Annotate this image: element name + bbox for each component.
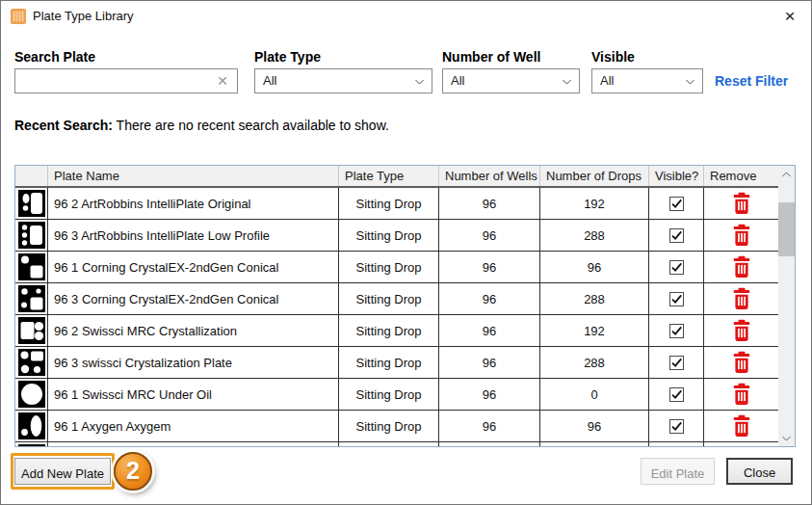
table-row[interactable]: 96 2 ArtRobbins IntelliPlate OriginalSit… (15, 188, 778, 220)
plate-type-dropdown[interactable]: All (254, 68, 432, 93)
plate-type-cell: Sitting Drop (339, 188, 439, 219)
table-row[interactable]: 96 1 Axygen AxygemSitting Drop9696 (15, 411, 778, 442)
table-body: 96 2 ArtRobbins IntelliPlate OriginalSit… (15, 188, 778, 446)
visible-cell (649, 379, 704, 410)
remove-cell (704, 379, 778, 410)
close-button[interactable]: Close (726, 458, 793, 485)
number-of-drops-cell: 192 (540, 315, 649, 346)
plate-thumbnail-icon (15, 188, 48, 219)
number-of-drops-cell: 192 (540, 188, 649, 219)
plate-name-cell (48, 442, 339, 446)
plate-thumbnail-icon (15, 283, 48, 314)
remove-cell (704, 188, 778, 219)
visible-cell (649, 220, 704, 251)
visible-cell (649, 188, 704, 219)
trash-icon[interactable] (732, 319, 751, 342)
window-title: Plate Type Library (33, 9, 134, 23)
plate-type-cell: Sitting Drop (339, 347, 439, 378)
plate-thumbnail-icon (15, 442, 48, 446)
number-of-well-dropdown[interactable]: All (442, 68, 580, 93)
column-header-visible[interactable]: Visible? (649, 166, 704, 186)
plate-grid: Plate NamePlate TypeNumber of WellsNumbe… (15, 166, 778, 446)
visible-checkbox[interactable] (669, 356, 684, 370)
clear-search-icon[interactable]: × (214, 70, 231, 92)
plate-thumbnail-icon (15, 315, 48, 346)
table-row[interactable]: 96 3 ArtRobbins IntelliPlate Low Profile… (15, 220, 778, 252)
number-of-wells-cell: 96 (439, 188, 540, 219)
visible-label: Visible (591, 49, 635, 65)
plate-type-label: Plate Type (254, 49, 321, 65)
trash-icon[interactable] (732, 287, 751, 310)
plate-name-cell: 96 1 Corning CrystalEX-2ndGen Conical (48, 252, 339, 282)
trash-icon[interactable] (732, 383, 751, 406)
plate-thumbnail-icon (15, 220, 48, 251)
trash-icon[interactable] (732, 414, 751, 438)
table-row[interactable]: 96 1 Swissci MRC Under OilSitting Drop96… (15, 379, 778, 411)
number-of-drops-cell (540, 442, 649, 446)
table-row[interactable]: 96 2 Swissci MRC CrystallizationSitting … (15, 315, 778, 347)
number-of-wells-cell: 96 (439, 315, 540, 346)
visible-cell (649, 252, 704, 282)
number-of-drops-cell: 0 (540, 379, 649, 410)
column-header-wells[interactable]: Number of Wells (439, 166, 540, 186)
plate-thumbnail-icon (15, 347, 48, 378)
plate-table: Plate NamePlate TypeNumber of WellsNumbe… (14, 165, 796, 447)
visible-checkbox[interactable] (669, 260, 684, 275)
recent-search-line: Recent Search: There are no recent searc… (14, 118, 389, 133)
column-header-remove[interactable]: Remove (704, 166, 778, 186)
plate-name-cell: 96 3 Corning CrystalEX-2ndGen Conical (48, 283, 339, 314)
remove-cell (704, 347, 778, 378)
reset-filter-link[interactable]: Reset Filter (715, 73, 788, 89)
visible-checkbox[interactable] (669, 228, 684, 243)
visible-checkbox[interactable] (669, 387, 684, 402)
trash-icon[interactable] (732, 255, 751, 279)
table-row[interactable] (15, 442, 778, 446)
recent-search-label: Recent Search: (14, 118, 113, 133)
number-of-wells-cell: 96 (439, 347, 540, 378)
plate-type-cell: Sitting Drop (339, 379, 439, 410)
plate-type-cell: Sitting Drop (339, 252, 439, 282)
visible-cell (649, 283, 704, 314)
scroll-down-icon[interactable] (778, 430, 795, 446)
visible-checkbox[interactable] (669, 292, 684, 306)
number-of-wells-cell: 96 (439, 411, 540, 441)
remove-cell (704, 283, 778, 314)
remove-cell (704, 315, 778, 346)
number-of-drops-cell: 288 (540, 220, 649, 251)
vertical-scrollbar[interactable] (778, 166, 795, 446)
trash-icon[interactable] (732, 351, 751, 374)
column-header-name[interactable]: Plate Name (48, 166, 339, 186)
close-icon[interactable]: × (779, 7, 800, 28)
plate-name-cell: 96 2 Swissci MRC Crystallization (48, 315, 339, 346)
visible-checkbox[interactable] (669, 197, 684, 211)
plate-name-cell: 96 1 Axygen Axygem (48, 411, 339, 441)
number-of-drops-cell: 96 (540, 411, 649, 441)
visible-checkbox[interactable] (669, 324, 684, 338)
visible-cell (649, 315, 704, 346)
column-header-drops[interactable]: Number of Drops (540, 166, 649, 186)
plate-name-cell: 96 2 ArtRobbins IntelliPlate Original (48, 188, 339, 219)
plate-thumbnail-icon (15, 252, 48, 282)
trash-icon[interactable] (732, 224, 751, 247)
edit-plate-button[interactable]: Edit Plate (641, 458, 715, 485)
visible-dropdown[interactable]: All (591, 68, 703, 93)
trash-icon[interactable] (732, 192, 751, 215)
column-header-type[interactable]: Plate Type (339, 166, 439, 186)
add-new-plate-button[interactable]: Add New Plate (14, 458, 111, 485)
table-row[interactable]: 96 3 Corning CrystalEX-2ndGen ConicalSit… (15, 283, 778, 315)
visible-cell (649, 347, 704, 378)
table-row[interactable]: 96 1 Corning CrystalEX-2ndGen ConicalSit… (15, 252, 778, 283)
scroll-up-icon[interactable] (778, 166, 795, 182)
number-of-well-label: Number of Well (442, 49, 540, 65)
remove-cell (704, 411, 778, 441)
plate-type-cell: Sitting Drop (339, 411, 439, 441)
chevron-down-icon (563, 79, 571, 85)
visible-checkbox[interactable] (669, 419, 684, 434)
scrollbar-thumb[interactable] (778, 202, 795, 256)
plate-app-icon (11, 9, 26, 24)
remove-cell (704, 220, 778, 251)
number-of-drops-cell: 288 (540, 347, 649, 378)
table-row[interactable]: 96 3 swissci Crystalization PlateSitting… (15, 347, 778, 379)
visible-value: All (600, 73, 614, 88)
search-input[interactable] (15, 69, 220, 93)
